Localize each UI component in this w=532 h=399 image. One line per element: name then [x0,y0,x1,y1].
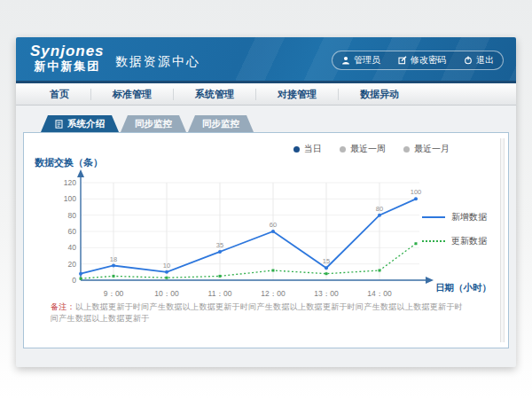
svg-text:14：00: 14：00 [367,289,392,298]
nav-item-integration-mgmt[interactable]: 对接管理 [256,89,339,100]
svg-text:10：00: 10：00 [154,289,179,298]
chart-legend: 新增数据 更新数据 [422,211,487,259]
tab-bar: 系统介绍 同步监控 同步监控 [41,115,255,132]
time-filter-today[interactable]: 当日 [293,143,322,155]
svg-text:60: 60 [68,227,77,236]
radio-dot [293,146,300,153]
radio-dot [340,146,346,153]
time-filter-last-week[interactable]: 最近一周 [340,143,386,155]
svg-text:35: 35 [216,241,223,249]
svg-text:60: 60 [270,221,277,229]
tab-label: 同步监控 [202,115,239,132]
svg-text:0: 0 [72,276,76,285]
change-password-label: 修改密码 [411,54,446,66]
company-logo: Synjones 新中新集团 [30,43,105,74]
document-icon [55,120,63,129]
svg-text:10: 10 [163,262,170,270]
chart-panel: 当日 最近一周 最近一月 数据交换（条） 0204060801001209：00… [23,132,509,348]
svg-text:80: 80 [68,211,77,220]
user-icon [341,56,350,65]
main-nav: 首页 标准管理 系统管理 对接管理 数据异动 [16,83,516,106]
tab-sync-monitor-1[interactable]: 同步监控 [121,115,186,132]
change-password-button[interactable]: 修改密码 [389,54,455,66]
tab-label: 系统介绍 [67,115,105,132]
legend-item-update-data: 更新数据 [422,235,487,247]
note-text: 以上数据更新于时间产生数据以上数据更新于时间产生数据以上数据更新于时间产生数据以… [51,302,463,323]
svg-text:12：00: 12：00 [261,289,286,298]
app-window: Synjones 新中新集团 数据资源中心 管理员 修改密码 [16,37,516,367]
note-label: 备注： [51,302,75,311]
svg-text:9：00: 9：00 [104,289,124,298]
svg-text:15: 15 [323,257,330,265]
dotted-line-swatch [422,240,445,242]
solid-line-swatch [422,216,445,218]
time-filter-label: 最近一月 [414,143,450,155]
svg-text:18: 18 [110,255,117,263]
page-title: 数据资源中心 [115,54,200,70]
svg-text:日期（小时）: 日期（小时） [435,282,491,293]
nav-item-standard-mgmt[interactable]: 标准管理 [91,89,174,100]
time-filter-label: 最近一周 [350,143,386,155]
time-filter-label: 当日 [304,143,322,155]
legend-item-new-data: 新增数据 [422,211,487,223]
power-icon [464,56,473,65]
tab-system-intro[interactable]: 系统介绍 [41,115,119,132]
legend-label: 更新数据 [451,235,487,247]
svg-text:20: 20 [68,260,77,269]
tab-label: 同步监控 [135,115,172,132]
user-menu: 管理员 修改密码 退出 [332,51,504,70]
legend-label: 新增数据 [451,211,487,223]
edit-icon [398,56,407,65]
svg-text:11：00: 11：00 [208,289,232,298]
time-filter-group: 当日 最近一周 最近一月 [293,143,450,155]
admin-user-button[interactable]: 管理员 [332,54,389,66]
radio-dot [403,146,410,153]
svg-text:100: 100 [411,188,422,196]
svg-text:120: 120 [64,178,76,187]
footer-note: 备注：以上数据更新于时间产生数据以上数据更新于时间产生数据以上数据更新于时间产生… [51,301,469,325]
svg-text:80: 80 [376,205,383,213]
time-filter-last-month[interactable]: 最近一月 [403,143,450,155]
logo-title: Synjones [30,43,105,59]
content-area: 系统介绍 同步监控 同步监控 当日 最近一周 [16,109,516,367]
logo-subtitle: 新中新集团 [30,59,105,74]
app-header: Synjones 新中新集团 数据资源中心 管理员 修改密码 [16,37,516,83]
svg-text:13：00: 13：00 [314,289,339,298]
admin-user-label: 管理员 [354,54,380,66]
svg-text:100: 100 [64,194,76,203]
nav-item-system-mgmt[interactable]: 系统管理 [174,89,256,100]
tab-sync-monitor-2[interactable]: 同步监控 [188,115,254,132]
nav-item-home[interactable]: 首页 [28,89,91,100]
nav-item-data-change[interactable]: 数据异动 [339,89,420,100]
logout-button[interactable]: 退出 [455,54,503,66]
logout-label: 退出 [476,54,494,66]
svg-text:40: 40 [68,243,77,252]
scrollbar[interactable] [500,138,505,342]
